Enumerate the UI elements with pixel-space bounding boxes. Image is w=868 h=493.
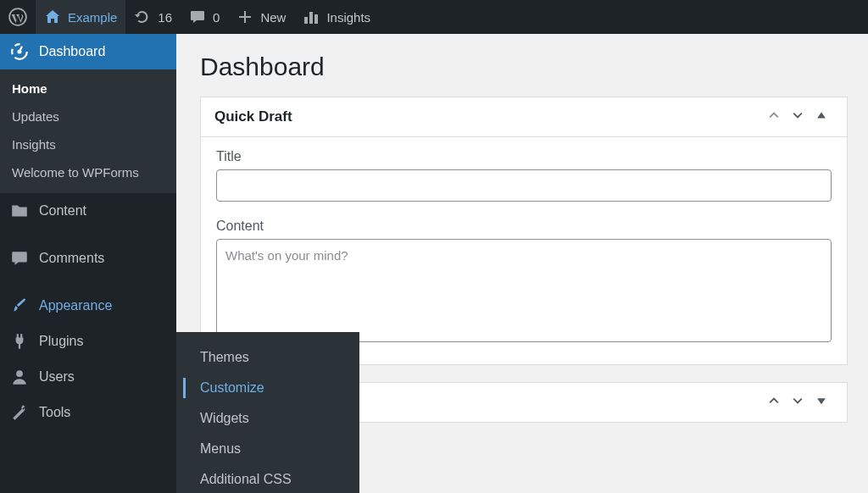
home-icon [44,8,61,25]
triangle-down-icon [815,395,827,410]
dashboard-submenu: Home Updates Insights Welcome to WPForms [0,69,176,193]
insights-label: Insights [326,10,370,25]
chevron-up-icon [767,394,781,411]
plus-icon [236,8,253,25]
quick-draft-title: Quick Draft [214,108,762,125]
sidebar-item-tools[interactable]: Tools [0,395,176,430]
svg-point-7 [16,370,23,377]
admin-sidebar: Dashboard Home Updates Insights Welcome … [0,34,176,493]
quick-draft-header: Quick Draft [201,97,847,137]
comment-icon [189,8,206,25]
appearance-flyout: Themes Customize Widgets Menus Additiona… [176,332,359,493]
sidebar-item-users[interactable]: Users [0,359,176,395]
bar-chart-icon [303,8,320,25]
title-label: Title [216,149,832,164]
flyout-item-themes[interactable]: Themes [176,342,359,373]
svg-rect-6 [19,46,23,51]
sidebar-item-label: Comments [39,251,104,266]
content-textarea[interactable] [216,239,832,342]
brush-icon [10,296,29,315]
sidebar-item-label: Plugins [39,334,83,349]
chevron-up-icon [767,108,781,125]
new-content-label: New [260,10,286,25]
chevron-down-icon [791,108,804,125]
sidebar-item-label: Dashboard [39,44,105,59]
submenu-item-welcome-wpforms[interactable]: Welcome to WPForms [0,158,176,186]
svg-rect-2 [309,12,313,24]
quick-draft-box: Quick Draft Title Content [200,97,848,365]
wordpress-icon [8,8,27,26]
sidebar-item-label: Appearance [39,298,112,313]
dashboard-icon [10,42,29,61]
sidebar-item-plugins[interactable]: Plugins [0,324,176,359]
sidebar-item-dashboard[interactable]: Dashboard [0,34,176,69]
user-icon [10,368,29,386]
move-up-button[interactable] [762,105,786,129]
admin-bar: Example 16 0 New Insights [0,0,868,34]
submenu-item-insights[interactable]: Insights [0,130,176,158]
flyout-item-menus[interactable]: Menus [176,434,359,464]
title-input[interactable] [216,169,832,202]
comments-menu[interactable]: 0 [181,0,228,34]
quick-draft-body: Title Content [201,137,847,364]
flyout-item-additional-css[interactable]: Additional CSS [176,464,359,493]
wrench-icon [10,403,29,422]
submenu-item-home[interactable]: Home [0,75,176,102]
toggle-panel-button[interactable] [810,105,833,129]
sidebar-item-label: Tools [39,405,70,420]
new-content-menu[interactable]: New [228,0,294,34]
sidebar-item-label: Users [39,369,75,385]
submenu-item-updates[interactable]: Updates [0,102,176,130]
sidebar-item-appearance[interactable]: Appearance [0,288,176,324]
site-name-label: Example [68,10,117,25]
comment-icon [10,249,29,268]
folder-icon [10,202,29,220]
move-up-button[interactable] [762,391,786,414]
content-label: Content [216,219,832,234]
insights-menu[interactable]: Insights [294,0,379,34]
wp-logo-menu[interactable] [0,0,36,34]
triangle-up-icon [815,109,827,125]
flyout-item-widgets[interactable]: Widgets [176,403,359,434]
move-down-button[interactable] [786,105,810,129]
svg-rect-3 [314,14,318,24]
chevron-down-icon [791,394,804,411]
svg-rect-1 [304,17,308,24]
toggle-panel-button[interactable] [810,391,833,414]
plug-icon [10,332,29,351]
site-name-menu[interactable]: Example [36,0,125,34]
sidebar-item-content[interactable]: Content [0,193,176,229]
sidebar-item-comments[interactable]: Comments [0,241,176,276]
sidebar-item-label: Content [39,203,86,219]
page-title: Dashboard [200,53,848,81]
comments-count: 0 [213,10,220,25]
updates-count: 16 [158,10,172,25]
update-icon [134,8,151,25]
move-down-button[interactable] [786,391,810,414]
updates-menu[interactable]: 16 [125,0,181,34]
svg-point-0 [9,8,26,25]
flyout-item-customize[interactable]: Customize [176,373,359,403]
